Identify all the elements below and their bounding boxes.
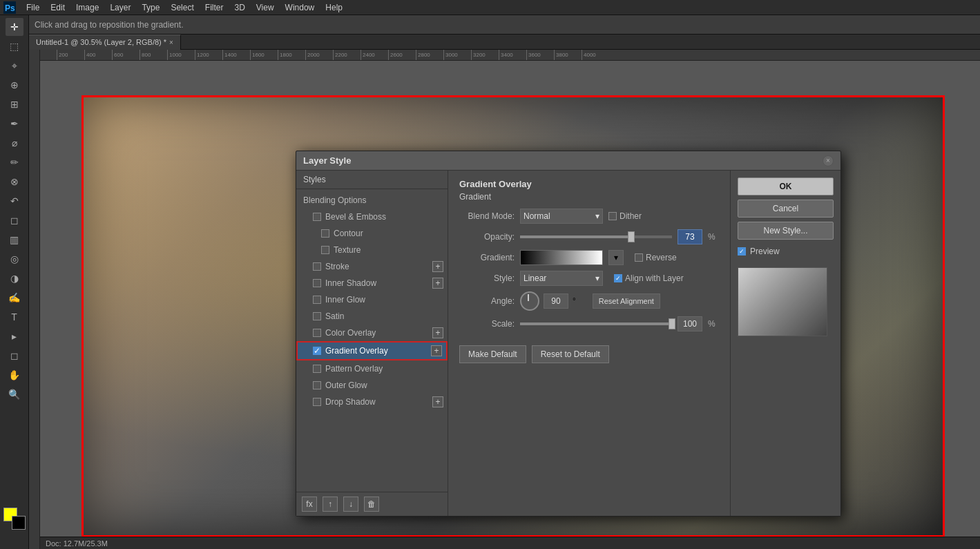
scale-value-input[interactable] bbox=[678, 316, 702, 331]
styles-header: Styles bbox=[296, 171, 448, 189]
checkbox-gradient-overlay[interactable]: ✓ bbox=[313, 347, 321, 355]
tool-hand[interactable]: ✋ bbox=[6, 366, 23, 384]
style-color-overlay[interactable]: Color Overlay + bbox=[296, 325, 448, 341]
layer-style-dialog[interactable]: Layer Style × Styles Blending Options bbox=[296, 151, 841, 517]
style-label-inner-glow: Inner Glow bbox=[325, 295, 365, 305]
dither-checkbox[interactable] bbox=[608, 212, 617, 220]
style-satin[interactable]: Satin bbox=[296, 308, 448, 325]
gradient-dropdown-btn[interactable]: ▾ bbox=[608, 250, 624, 265]
tab-close[interactable]: × bbox=[169, 39, 173, 46]
style-drop-shadow[interactable]: Drop Shadow + bbox=[296, 394, 448, 410]
angle-input[interactable] bbox=[544, 293, 568, 309]
checkbox-bevel[interactable] bbox=[313, 213, 321, 221]
align-with-layer-checkbox[interactable]: ✓ bbox=[614, 274, 622, 282]
move-down-button[interactable]: ↓ bbox=[343, 497, 358, 512]
menu-help[interactable]: Help bbox=[320, 1, 348, 14]
reverse-checkbox[interactable] bbox=[635, 253, 643, 262]
blend-mode-dropdown[interactable]: Normal ▾ bbox=[520, 209, 603, 224]
angle-dial[interactable] bbox=[520, 291, 539, 311]
checkbox-outer-glow[interactable] bbox=[313, 381, 321, 389]
tool-zoom[interactable]: 🔍 bbox=[6, 385, 23, 403]
menu-type[interactable]: Type bbox=[136, 1, 165, 14]
menu-view[interactable]: View bbox=[251, 1, 280, 14]
checkbox-color-overlay[interactable] bbox=[313, 329, 321, 337]
move-up-button[interactable]: ↑ bbox=[323, 497, 338, 512]
menu-window[interactable]: Window bbox=[280, 1, 320, 14]
style-contour[interactable]: Contour bbox=[296, 225, 448, 242]
style-label-contour: Contour bbox=[334, 229, 363, 238]
preview-row: ✓ Preview bbox=[738, 247, 834, 256]
style-dropdown[interactable]: Linear ▾ bbox=[520, 271, 603, 286]
add-drop-shadow-btn[interactable]: + bbox=[432, 396, 443, 407]
tool-history-brush[interactable]: ↶ bbox=[6, 192, 23, 210]
tool-dodge[interactable]: ◑ bbox=[6, 269, 23, 287]
ok-button[interactable]: OK bbox=[738, 177, 834, 195]
fx-button[interactable]: fx bbox=[302, 497, 317, 512]
align-with-layer-label: Align with Layer bbox=[625, 273, 684, 283]
checkbox-pattern-overlay[interactable] bbox=[313, 365, 321, 373]
document-tab[interactable]: Untitled-1 @ 30.5% (Layer 2, RGB/8) * × bbox=[29, 35, 181, 50]
style-stroke[interactable]: Stroke + bbox=[296, 258, 448, 275]
menu-3d[interactable]: 3D bbox=[229, 1, 250, 14]
style-gradient-overlay[interactable]: ✓ Gradient Overlay + bbox=[296, 341, 448, 360]
add-stroke-btn[interactable]: + bbox=[432, 261, 443, 272]
tool-shape[interactable]: ◻ bbox=[6, 347, 23, 365]
add-gradient-overlay-btn[interactable]: + bbox=[431, 345, 442, 356]
gradient-preview[interactable] bbox=[520, 250, 603, 265]
reset-alignment-button[interactable]: Reset Alignment bbox=[593, 293, 660, 309]
style-inner-shadow[interactable]: Inner Shadow + bbox=[296, 275, 448, 291]
tool-marquee[interactable]: ⬚ bbox=[6, 37, 23, 55]
tool-healing[interactable]: ⌀ bbox=[6, 134, 23, 152]
scale-slider-track[interactable] bbox=[520, 322, 672, 325]
menu-layer[interactable]: Layer bbox=[104, 1, 136, 14]
tool-quick-select[interactable]: ⊕ bbox=[6, 76, 23, 94]
tool-gradient[interactable]: ▥ bbox=[6, 231, 23, 249]
section-title: Gradient Overlay bbox=[459, 179, 719, 189]
checkbox-inner-glow[interactable] bbox=[313, 296, 321, 304]
checkbox-contour[interactable] bbox=[321, 229, 329, 238]
style-outer-glow[interactable]: Outer Glow bbox=[296, 377, 448, 394]
menu-file[interactable]: File bbox=[21, 1, 45, 14]
tool-lasso[interactable]: ⌖ bbox=[6, 57, 23, 75]
menu-filter[interactable]: Filter bbox=[200, 1, 229, 14]
opacity-slider-thumb[interactable] bbox=[628, 231, 635, 242]
menu-select[interactable]: Select bbox=[165, 1, 199, 14]
tool-pen[interactable]: ✍ bbox=[6, 289, 23, 307]
tool-path-select[interactable]: ▸ bbox=[6, 327, 23, 345]
style-pattern-overlay[interactable]: Pattern Overlay bbox=[296, 360, 448, 377]
style-texture[interactable]: Texture bbox=[296, 242, 448, 258]
tool-type[interactable]: T bbox=[6, 308, 23, 326]
delete-button[interactable]: 🗑 bbox=[364, 497, 379, 512]
dialog-close-button[interactable]: × bbox=[823, 155, 834, 166]
opacity-slider-track[interactable] bbox=[520, 235, 672, 238]
checkbox-satin[interactable] bbox=[313, 312, 321, 320]
menu-image[interactable]: Image bbox=[70, 1, 104, 14]
preview-checkbox[interactable]: ✓ bbox=[738, 247, 746, 256]
add-color-overlay-btn[interactable]: + bbox=[432, 327, 443, 338]
tool-crop[interactable]: ⊞ bbox=[6, 95, 23, 113]
checkbox-texture[interactable] bbox=[321, 246, 329, 254]
checkbox-stroke[interactable] bbox=[313, 262, 321, 271]
tool-clone[interactable]: ⊗ bbox=[6, 173, 23, 191]
tool-move[interactable]: ✛ bbox=[6, 18, 23, 36]
reset-to-default-button[interactable]: Reset to Default bbox=[532, 345, 609, 363]
scale-slider-thumb[interactable] bbox=[669, 318, 675, 329]
tool-eyedropper[interactable]: ✒ bbox=[6, 115, 23, 133]
menu-edit[interactable]: Edit bbox=[45, 1, 70, 14]
new-style-button[interactable]: New Style... bbox=[738, 222, 834, 240]
add-inner-shadow-btn[interactable]: + bbox=[432, 278, 443, 289]
style-blending-options[interactable]: Blending Options bbox=[296, 192, 448, 209]
styles-footer: fx ↑ ↓ 🗑 bbox=[296, 492, 448, 516]
checkbox-drop-shadow[interactable] bbox=[313, 398, 321, 406]
svg-text:Ps: Ps bbox=[5, 3, 15, 13]
style-bevel-emboss[interactable]: Bevel & Emboss bbox=[296, 209, 448, 225]
style-inner-glow[interactable]: Inner Glow bbox=[296, 291, 448, 308]
tool-eraser[interactable]: ◻ bbox=[6, 211, 23, 229]
cancel-button[interactable]: Cancel bbox=[738, 200, 834, 218]
opacity-value-input[interactable] bbox=[678, 229, 702, 244]
checkbox-inner-shadow[interactable] bbox=[313, 279, 321, 287]
make-default-button[interactable]: Make Default bbox=[459, 345, 526, 363]
background-color[interactable] bbox=[12, 516, 26, 530]
tool-blur[interactable]: ◎ bbox=[6, 250, 23, 268]
tool-brush[interactable]: ✏ bbox=[6, 153, 23, 171]
